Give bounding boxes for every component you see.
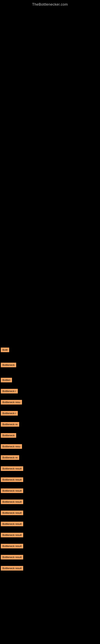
site-title: TheBottlenecker.com bbox=[0, 0, 100, 8]
bottleneck-label-4: Bottleneck r bbox=[1, 389, 18, 394]
bottleneck-row-15: Bottleneck result bbox=[0, 509, 100, 516]
bottleneck-label-12: Bottleneck result bbox=[1, 477, 23, 482]
bottleneck-row-3: Bottlen bbox=[0, 376, 100, 384]
bottleneck-label-19: Bottleneck result bbox=[1, 555, 23, 560]
bottleneck-label-9: Bottleneck resu bbox=[1, 444, 22, 449]
bottleneck-row-12: Bottleneck result bbox=[0, 476, 100, 483]
bottleneck-row-16: Bottleneck result bbox=[0, 520, 100, 528]
bottleneck-label-15: Bottleneck result bbox=[1, 510, 23, 515]
bottleneck-label-8: Bottleneck bbox=[1, 433, 16, 438]
bottleneck-label-20: Bottleneck result bbox=[1, 566, 23, 570]
bottleneck-row-11: Bottleneck result bbox=[0, 465, 100, 472]
bottleneck-label-5: Bottleneck resu bbox=[1, 400, 22, 404]
bottleneck-row-9: Bottleneck resu bbox=[0, 443, 100, 450]
bottleneck-row-7: Bottleneck re bbox=[0, 421, 100, 428]
bottleneck-label-10: Bottleneck re bbox=[1, 455, 19, 460]
bottleneck-label-17: Bottleneck result bbox=[1, 533, 23, 537]
bottleneck-row-14: Bottleneck result bbox=[0, 498, 100, 505]
bottleneck-row-20: Bottleneck result bbox=[0, 565, 100, 572]
bottleneck-label-7: Bottleneck re bbox=[1, 422, 19, 427]
bottleneck-row-10: Bottleneck re bbox=[0, 454, 100, 461]
bottleneck-label-6: Bottleneck r bbox=[1, 411, 18, 416]
bottleneck-row-8: Bottleneck bbox=[0, 432, 100, 439]
bottleneck-label-1: Bottl bbox=[1, 348, 9, 352]
bottleneck-label-18: Bottleneck result bbox=[1, 544, 23, 548]
bottleneck-label-14: Bottleneck result bbox=[1, 500, 23, 504]
bottleneck-row-1: Bottl bbox=[0, 346, 100, 354]
bottleneck-label-2: Bottleneck bbox=[1, 363, 16, 367]
bottleneck-row-6: Bottleneck r bbox=[0, 410, 100, 417]
bottleneck-label-16: Bottleneck result bbox=[1, 522, 23, 526]
bottleneck-row-19: Bottleneck result bbox=[0, 554, 100, 561]
bottleneck-label-3: Bottlen bbox=[1, 378, 12, 382]
bottleneck-row-2: Bottleneck bbox=[0, 362, 100, 368]
content-area: Bottl Bottleneck Bottlen Bottleneck r Bo… bbox=[0, 346, 100, 572]
bottleneck-row-18: Bottleneck result bbox=[0, 542, 100, 550]
bottleneck-row-4: Bottleneck r bbox=[0, 388, 100, 395]
bottleneck-label-13: Bottleneck result bbox=[1, 488, 23, 493]
bottleneck-row-17: Bottleneck result bbox=[0, 532, 100, 538]
bottleneck-label-11: Bottleneck result bbox=[1, 466, 23, 471]
bottleneck-row-5: Bottleneck resu bbox=[0, 399, 100, 406]
bottleneck-row-13: Bottleneck result bbox=[0, 487, 100, 494]
